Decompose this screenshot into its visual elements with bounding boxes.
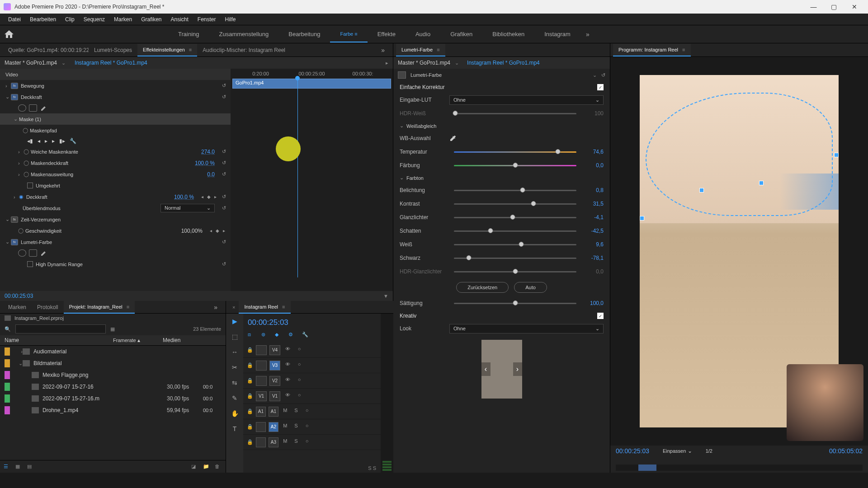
panel-overflow-icon[interactable]: »: [376, 47, 390, 54]
menu-help[interactable]: Hilfe: [221, 16, 241, 23]
prev-keyframe-icon[interactable]: ◂: [201, 194, 203, 199]
playhead[interactable]: [297, 79, 298, 277]
timeline-track[interactable]: 🔒 V2 👁 ○: [243, 373, 381, 389]
twisty-icon[interactable]: ›: [5, 83, 11, 89]
source-patch[interactable]: V1: [256, 391, 267, 401]
track-target[interactable]: V3: [269, 361, 280, 371]
ec-master-clip[interactable]: Master * GoPro1.mp4: [5, 60, 57, 66]
auto-button[interactable]: Auto: [514, 282, 547, 293]
add-keyframe-icon[interactable]: ◆: [207, 194, 211, 199]
creative-checkbox[interactable]: ✓: [597, 313, 604, 319]
chevron-down-icon[interactable]: ⌄: [61, 60, 66, 66]
new-item-icon[interactable]: ◪: [191, 464, 198, 470]
clip-bar[interactable]: GoPro1.mp4: [232, 79, 391, 89]
ellipse-mask-button[interactable]: [18, 249, 26, 257]
tab-markers[interactable]: Marken: [3, 301, 32, 313]
reset-icon[interactable]: ↺: [222, 171, 226, 177]
home-icon[interactable]: [4, 29, 14, 40]
fx-icon[interactable]: [398, 71, 406, 79]
hdr-checkbox[interactable]: [27, 261, 33, 267]
workspace-instagram[interactable]: Instagram: [534, 26, 580, 42]
snap-icon[interactable]: ⧈: [248, 332, 256, 340]
lum-master-clip[interactable]: Master * GoPro1.mp4: [398, 60, 450, 66]
mask-expansion-value[interactable]: 0,0: [207, 171, 215, 178]
tone-header[interactable]: Farbton: [406, 175, 424, 181]
label-color[interactable]: [5, 394, 10, 403]
prev-keyframe-icon[interactable]: ◂: [210, 228, 212, 233]
twisty-icon[interactable]: ⌄: [5, 239, 11, 245]
new-bin-icon[interactable]: ▦: [110, 326, 115, 332]
twisty-icon[interactable]: ⌄: [400, 123, 404, 129]
label-color[interactable]: [5, 371, 10, 379]
twisty-icon[interactable]: ›: [14, 349, 23, 354]
saturation-slider[interactable]: [454, 303, 576, 304]
effect-opacity[interactable]: Deckkraft: [21, 94, 222, 100]
zoom-level[interactable]: 1/2: [706, 448, 712, 454]
temperature-value[interactable]: 74,6: [581, 149, 604, 155]
speed-value[interactable]: 100,00%: [181, 228, 203, 234]
twisty-icon[interactable]: ⌄: [14, 116, 19, 122]
pen-mask-button[interactable]: [40, 249, 48, 257]
lock-icon[interactable]: 🔒: [247, 393, 253, 399]
saturation-value[interactable]: 100,0: [581, 300, 604, 306]
tint-value[interactable]: 0,0: [581, 162, 604, 169]
toggle-output-icon[interactable]: 👁: [283, 377, 292, 385]
trash-icon[interactable]: 🗑: [215, 464, 222, 470]
track-target[interactable]: A2: [269, 422, 278, 432]
fx-badge[interactable]: fx: [11, 216, 18, 223]
timeline-timecode[interactable]: 00:00:25:03: [248, 318, 288, 327]
solo-icon[interactable]: S: [292, 408, 300, 416]
track-target[interactable]: V4: [269, 345, 280, 355]
close-button[interactable]: ✕: [844, 0, 864, 14]
twisty-icon[interactable]: ⌄: [14, 361, 23, 366]
timeline-track[interactable]: 🔒 V3 👁 ○: [243, 358, 381, 373]
ec-time-ruler[interactable]: 0:20:0000:00:25:0000:00:30:: [231, 69, 393, 79]
workspace-graphics[interactable]: Grafiken: [440, 26, 482, 42]
twisty-icon[interactable]: ›: [18, 149, 24, 155]
timeline-track[interactable]: 🔒 V4 👁 ○: [243, 343, 381, 358]
creative-header[interactable]: Kreativ: [400, 313, 597, 319]
whites-slider[interactable]: [454, 244, 576, 245]
workspace-menu-icon[interactable]: ≡: [353, 31, 357, 37]
eyedropper-icon[interactable]: [449, 135, 457, 142]
mask-handle[interactable]: [759, 181, 764, 185]
track-prev-icon[interactable]: ◂▮: [27, 138, 33, 144]
freeform-view-icon[interactable]: ▤: [27, 464, 34, 470]
lock-icon[interactable]: 🔒: [247, 362, 253, 368]
menu-edit[interactable]: Bearbeiten: [25, 16, 61, 23]
white-balance-header[interactable]: Weißabgleich: [406, 123, 436, 129]
menu-view[interactable]: Ansicht: [166, 16, 193, 23]
reset-icon[interactable]: ↺: [222, 83, 226, 89]
close-sequence-icon[interactable]: ×: [229, 305, 239, 310]
stopwatch-icon[interactable]: ◯: [24, 149, 31, 155]
filter-icon[interactable]: ▼: [383, 293, 388, 299]
lock-icon[interactable]: 🔒: [247, 408, 253, 414]
stopwatch-active-icon[interactable]: ◉: [19, 194, 26, 200]
timeline-track[interactable]: 🔒 A3 M S ○: [243, 435, 381, 450]
track-target[interactable]: V2: [269, 376, 280, 386]
exposure-value[interactable]: 0,8: [581, 187, 604, 193]
reset-button[interactable]: Zurücksetzen: [456, 282, 509, 293]
wrench-icon[interactable]: 🔧: [302, 332, 310, 340]
label-color[interactable]: [5, 347, 10, 356]
whites-value[interactable]: 9,6: [581, 241, 604, 248]
reset-icon[interactable]: ↺: [222, 205, 226, 211]
tint-slider[interactable]: [454, 165, 576, 166]
basic-correction-checkbox[interactable]: ✓: [597, 84, 604, 90]
mute-icon[interactable]: M: [281, 408, 289, 416]
reset-icon[interactable]: ↺: [222, 94, 226, 100]
workspace-assembly[interactable]: Zusammenstellung: [209, 26, 278, 42]
solo-icon[interactable]: S: [292, 423, 300, 431]
solo-icon[interactable]: S: [292, 438, 300, 446]
toggle-output-icon[interactable]: 👁: [283, 392, 292, 400]
next-look-button[interactable]: ›: [513, 362, 522, 376]
track-fwd-icon[interactable]: ▸: [52, 138, 55, 144]
effect-timeremap[interactable]: Zeit-Verzerrungen: [21, 217, 231, 222]
workspace-overflow-icon[interactable]: »: [580, 31, 595, 38]
track-play-icon[interactable]: ▸: [45, 138, 47, 144]
stopwatch-icon[interactable]: ◯: [23, 127, 30, 133]
label-color[interactable]: [5, 383, 10, 391]
project-item[interactable]: Mexiko Flagge.png: [0, 369, 226, 381]
search-icon[interactable]: 🔍: [5, 326, 11, 332]
reset-icon[interactable]: ↺: [222, 239, 226, 245]
